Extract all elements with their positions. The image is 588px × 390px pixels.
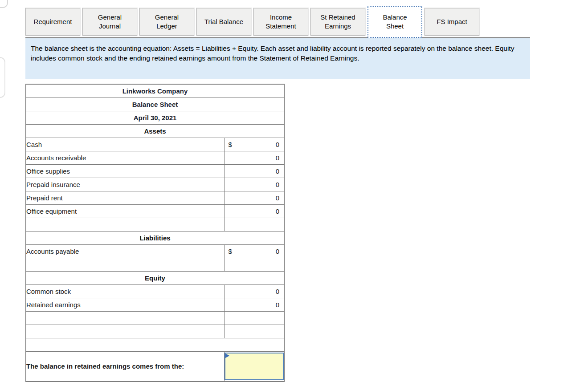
empty-label-cell (26, 325, 224, 338)
amount-cell: 0 (224, 204, 284, 218)
table-row: Prepaid rent 0 (26, 191, 284, 204)
currency-symbol: $ (229, 248, 232, 255)
amount-value: 0 (229, 181, 280, 188)
account-label: Accounts receivable (26, 151, 224, 164)
account-label: Prepaid insurance (26, 178, 224, 191)
total-liabilities-equity-cell (224, 325, 284, 338)
tab-general-journal[interactable]: General Journal (82, 8, 137, 36)
section-header-row: Liabilities (26, 231, 284, 244)
empty-label-cell (26, 218, 224, 231)
amount-cell: 0 (224, 284, 284, 298)
table-row: Office equipment 0 (26, 204, 284, 218)
statement-title: Balance Sheet (26, 98, 284, 111)
empty-label-cell (26, 311, 224, 325)
total-liabilities-equity-row (26, 325, 284, 338)
statement-title-row: Balance Sheet (26, 98, 284, 111)
account-label: Accounts payable (26, 244, 224, 258)
statement-date: April 30, 2021 (26, 111, 284, 124)
account-label: Cash (26, 138, 224, 151)
account-label: Retained earnings (26, 298, 224, 311)
question-prompt: The balance in retained earnings comes f… (26, 351, 224, 382)
clipped-panel-corner (0, 0, 8, 8)
clipped-panel-edge (0, 57, 5, 98)
amount-value: 0 (229, 288, 280, 295)
tab-st-retained-earnings[interactable]: St Retained Earnings (310, 8, 365, 36)
account-label: Office supplies (26, 164, 224, 178)
tab-income-statement[interactable]: Income Statement (253, 8, 308, 36)
amount-value: 0 (232, 248, 279, 255)
amount-value: 0 (232, 141, 279, 148)
tab-trial-balance[interactable]: Trial Balance (196, 8, 251, 36)
amount-value: 0 (229, 207, 280, 215)
amount-value: 0 (229, 301, 280, 309)
table-row: Prepaid insurance 0 (26, 178, 284, 191)
company-title-row: Linkworks Company (26, 84, 284, 98)
table-row: Accounts payable $0 (26, 244, 284, 258)
amount-value: 0 (229, 167, 280, 175)
assets-section-header: Assets (26, 124, 284, 138)
total-assets-cell (224, 218, 284, 231)
table-row: Retained earnings 0 (26, 298, 284, 311)
answer-cell-wrapper (224, 351, 284, 382)
amount-cell: 0 (224, 164, 284, 178)
table-row: Accounts receivable 0 (26, 151, 284, 164)
amount-cell: 0 (224, 178, 284, 191)
table-row: Office supplies 0 (26, 164, 284, 178)
dropdown-marker-icon (225, 353, 229, 358)
tab-fs-impact[interactable]: FS Impact (425, 8, 479, 36)
account-label: Prepaid rent (26, 191, 224, 204)
balance-sheet-table: Linkworks Company Balance Sheet April 30… (25, 84, 285, 382)
liabilities-section-header: Liabilities (26, 231, 284, 244)
tab-general-ledger[interactable]: General Ledger (139, 8, 194, 36)
instruction-text: The balance sheet is the accounting equa… (31, 45, 514, 62)
empty-row (26, 258, 284, 271)
statement-date-row: April 30, 2021 (26, 111, 284, 124)
account-label: Common stock (26, 284, 224, 298)
amount-value: 0 (229, 154, 280, 162)
retained-earnings-source-dropdown[interactable] (225, 353, 284, 380)
amount-cell: $0 (224, 138, 284, 151)
tab-strip: Requirement General Journal General Ledg… (25, 8, 479, 40)
spacer-cell (26, 338, 284, 351)
instruction-banner: The balance sheet is the accounting equa… (25, 37, 530, 79)
tab-requirement[interactable]: Requirement (25, 8, 80, 36)
account-label: Office equipment (26, 204, 224, 218)
currency-symbol: $ (229, 141, 232, 148)
table-row: Cash $0 (26, 138, 284, 151)
company-name: Linkworks Company (26, 84, 284, 98)
section-header-row: Assets (26, 124, 284, 138)
spacer-row (26, 338, 284, 351)
tab-balance-sheet[interactable]: Balance Sheet (368, 6, 422, 38)
amount-value: 0 (229, 194, 280, 202)
amount-cell: 0 (224, 298, 284, 311)
page: Requirement General Journal General Ledg… (0, 0, 588, 390)
empty-amount-cell (224, 258, 284, 271)
amount-cell: 0 (224, 151, 284, 164)
amount-cell: $0 (224, 244, 284, 258)
table-row: Common stock 0 (26, 284, 284, 298)
section-header-row: Equity (26, 271, 284, 284)
total-assets-row (26, 218, 284, 231)
total-equity-row (26, 311, 284, 325)
empty-label-cell (26, 258, 224, 271)
amount-cell: 0 (224, 191, 284, 204)
question-row: The balance in retained earnings comes f… (26, 351, 284, 382)
equity-section-header: Equity (26, 271, 284, 284)
total-equity-cell (224, 311, 284, 325)
